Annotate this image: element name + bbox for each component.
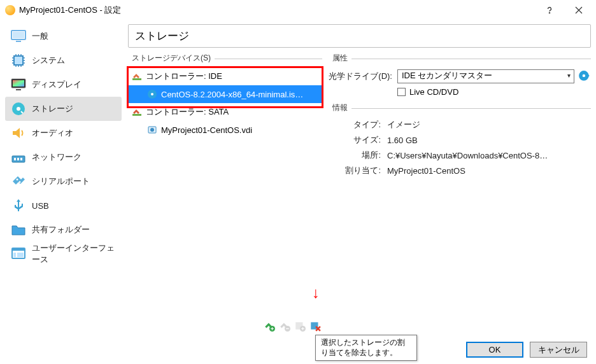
tree-label: コントローラー: IDE [146, 71, 222, 82]
folder-icon [10, 221, 27, 238]
svg-rect-11 [14, 158, 16, 160]
svg-rect-12 [17, 158, 19, 160]
sidebar-item-network[interactable]: ネットワーク [5, 145, 122, 169]
ok-button[interactable]: OK [466, 342, 523, 358]
sidebar-item-shared-folders[interactable]: 共有フォルダー [5, 218, 122, 242]
sidebar-item-display[interactable]: ディスプレイ [5, 73, 122, 97]
chip-icon [10, 52, 27, 69]
tree-controller-sata[interactable]: コントローラー: SATA [128, 103, 322, 121]
sidebar-label: シリアルポート [32, 176, 90, 187]
info-assign-value: MyProject01-CentOS [387, 166, 465, 176]
info-assign-label: 割り当て: [329, 165, 381, 176]
sidebar-item-audio[interactable]: オーディオ [5, 121, 122, 145]
cd-icon [147, 89, 157, 99]
remove-controller-button[interactable] [279, 320, 290, 332]
svg-rect-7 [16, 89, 21, 90]
sidebar: 一般 システム ディスプレイ ストレージ オーディオ ネットワーク シリアルポー… [5, 24, 122, 333]
svg-rect-17 [12, 248, 25, 251]
sidebar-label: ディスプレイ [32, 79, 82, 90]
sidebar-label: システム [32, 55, 65, 66]
select-value: IDE セカンダリマスター [402, 71, 492, 80]
sidebar-label: USB [32, 201, 49, 211]
tree-label: CentOS-8.2.2004-x86_64-minimal.is… [161, 90, 303, 99]
controller-icon [132, 71, 142, 81]
svg-rect-2 [13, 32, 24, 38]
ui-icon [10, 246, 27, 262]
add-controller-button[interactable] [264, 320, 275, 332]
remove-attachment-button[interactable] [309, 320, 321, 332]
svg-point-22 [151, 93, 153, 95]
sidebar-label: ネットワーク [32, 151, 82, 163]
close-button[interactable] [564, 0, 593, 20]
sidebar-label: 一般 [32, 31, 48, 42]
choose-disk-button[interactable] [578, 70, 591, 83]
usb-icon [10, 197, 27, 214]
controller-icon [132, 107, 142, 117]
tree-label: MyProject01-CentOS.vdi [161, 125, 252, 135]
network-icon [10, 149, 27, 165]
disk-icon [10, 101, 27, 117]
info-location-value: C:¥Users¥Nayuta¥Downloads¥CentOS-8… [387, 151, 548, 160]
down-arrow-annotation: ↓ [312, 284, 320, 302]
group-devices-label: ストレージデバイス(S) [128, 53, 211, 64]
svg-point-32 [583, 74, 585, 77]
tree-label: コントローラー: SATA [146, 106, 229, 118]
help-button[interactable] [535, 0, 564, 20]
svg-point-9 [17, 107, 20, 111]
sidebar-item-system[interactable]: システム [5, 48, 122, 73]
live-cd-checkbox[interactable] [397, 88, 406, 96]
live-cd-label: Live CD/DVD [409, 87, 458, 97]
optical-drive-label: 光学ドライブ(D): [329, 71, 392, 82]
sidebar-item-usb[interactable]: USB [5, 193, 122, 218]
optical-drive-select[interactable]: IDE セカンダリマスター [397, 69, 574, 83]
window-title: MyProject01-CentOS - 設定 [19, 4, 535, 16]
info-size-value: 1.60 GB [387, 136, 418, 145]
svg-point-14 [17, 179, 18, 181]
svg-rect-19 [17, 253, 24, 257]
panel-title: ストレージ [128, 24, 591, 48]
svg-point-15 [19, 181, 21, 183]
svg-rect-13 [20, 158, 22, 160]
sidebar-item-general[interactable]: 一般 [5, 24, 122, 48]
svg-point-25 [150, 128, 154, 132]
monitor-icon [10, 28, 27, 45]
sidebar-label: ユーザーインターフェース [32, 242, 117, 265]
info-type-value: イメージ [387, 119, 420, 130]
display-icon [10, 76, 27, 93]
sidebar-label: 共有フォルダー [32, 224, 90, 235]
tooltip: 選択したストレージの割り当てを除去します。 [315, 335, 417, 361]
info-type-label: タイプ: [329, 119, 381, 130]
svg-rect-4 [14, 56, 23, 65]
storage-tree[interactable]: コントローラー: IDE CentOS-8.2.2004-x86_64-mini… [128, 67, 322, 316]
svg-rect-20 [132, 78, 141, 80]
tree-item-iso[interactable]: CentOS-8.2.2004-x86_64-minimal.is… [128, 85, 322, 103]
sidebar-item-ui[interactable]: ユーザーインターフェース [5, 242, 122, 266]
app-icon [5, 5, 15, 15]
plug-icon [10, 173, 27, 190]
info-size-label: サイズ: [329, 134, 381, 146]
sidebar-item-storage[interactable]: ストレージ [5, 97, 122, 121]
info-location-label: 場所: [329, 150, 381, 161]
tree-item-vdi[interactable]: MyProject01-CentOS.vdi [128, 121, 322, 139]
tree-controller-ide[interactable]: コントローラー: IDE [128, 67, 322, 85]
add-attachment-button[interactable] [294, 320, 306, 332]
sidebar-label: ストレージ [32, 103, 73, 115]
svg-point-0 [549, 13, 550, 14]
svg-rect-18 [13, 253, 16, 257]
speaker-icon [10, 125, 27, 141]
cancel-button[interactable]: キャンセル [530, 342, 587, 358]
group-info-label: 情報 [329, 102, 348, 113]
svg-rect-23 [132, 114, 141, 116]
hdd-icon [147, 125, 157, 135]
group-attrs-label: 属性 [329, 53, 348, 64]
svg-rect-3 [16, 41, 21, 42]
sidebar-label: オーディオ [32, 127, 73, 139]
sidebar-item-serial[interactable]: シリアルポート [5, 169, 122, 193]
